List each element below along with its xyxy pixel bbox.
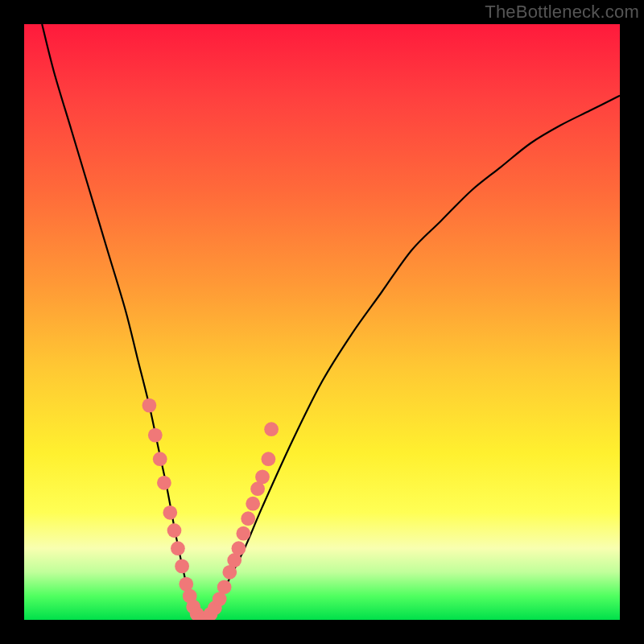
- highlight-dot: [175, 559, 189, 574]
- chart-svg: [24, 24, 620, 620]
- highlight-dot: [171, 541, 185, 555]
- highlight-dot: [217, 580, 232, 594]
- highlight-dot: [255, 470, 270, 485]
- bottleneck-curve: [42, 24, 620, 620]
- highlight-dot: [163, 506, 177, 520]
- highlight-dot: [262, 452, 276, 466]
- highlight-dot: [236, 526, 250, 541]
- plot-area: [24, 24, 620, 620]
- highlight-dot: [167, 523, 182, 538]
- watermark-text: TheBottleneck.com: [485, 2, 639, 23]
- highlight-dot: [264, 422, 279, 436]
- highlight-dot: [241, 511, 255, 526]
- highlight-dot: [157, 476, 171, 490]
- highlight-dot: [246, 497, 260, 511]
- highlight-dot: [148, 428, 163, 443]
- highlight-dot: [142, 398, 157, 413]
- highlight-dot: [153, 452, 167, 466]
- chart-frame: TheBottleneck.com: [0, 0, 644, 644]
- highlight-dot: [232, 541, 246, 555]
- highlight-dots-group: [142, 398, 279, 620]
